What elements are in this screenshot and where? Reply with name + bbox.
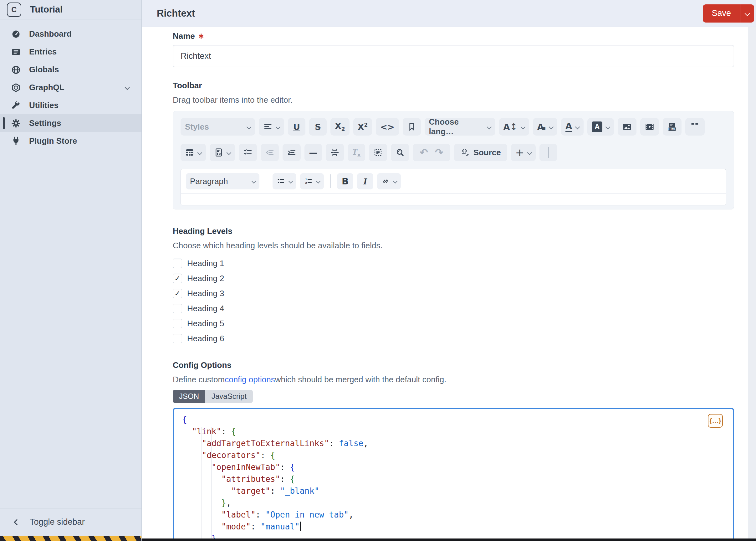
html-embed-button[interactable]: HTML bbox=[663, 118, 681, 136]
checkbox[interactable] bbox=[173, 319, 182, 328]
select-all-icon bbox=[373, 148, 383, 157]
chevron-down-icon bbox=[487, 124, 492, 129]
checkbox[interactable] bbox=[173, 259, 182, 268]
insert-more-button[interactable]: + bbox=[511, 144, 536, 161]
page-title: Richtext bbox=[157, 8, 195, 19]
outdent-button[interactable] bbox=[261, 144, 279, 161]
sidebar-item-settings[interactable]: Settings bbox=[0, 114, 141, 132]
editor-preview: Paragraph 12 B I bbox=[180, 169, 726, 206]
font-family-button[interactable]: A≡ bbox=[533, 118, 557, 136]
checkbox[interactable] bbox=[173, 334, 182, 343]
find-replace-button[interactable] bbox=[391, 144, 409, 161]
heading-option[interactable]: ✓Heading 3 bbox=[173, 286, 734, 301]
undo-icon: ↶ bbox=[420, 148, 428, 158]
scrollbar-track[interactable] bbox=[748, 27, 756, 538]
undo-redo-group[interactable]: ↶ ↷ bbox=[413, 144, 450, 161]
expand-code-button[interactable]: {…} bbox=[708, 414, 723, 428]
font-color-button[interactable]: A bbox=[561, 118, 584, 136]
sidebar: C Tutorial Dashboard Entries Globals bbox=[0, 0, 142, 541]
indent-button[interactable] bbox=[283, 144, 301, 161]
chevron-down-icon bbox=[276, 124, 281, 129]
styles-dropdown[interactable]: Styles bbox=[180, 118, 255, 136]
heading-option[interactable]: ✓Heading 2 bbox=[173, 271, 734, 286]
select-all-button[interactable] bbox=[369, 144, 387, 161]
source-label: Source bbox=[473, 148, 501, 158]
insert-image-button[interactable] bbox=[618, 118, 636, 136]
bold-icon: B bbox=[342, 177, 349, 186]
bottom-edge-bar bbox=[142, 538, 756, 541]
heading-option[interactable]: Heading 4 bbox=[173, 301, 734, 316]
bookmark-button[interactable] bbox=[403, 118, 421, 136]
config-options-label: Config Options bbox=[173, 360, 734, 370]
braces-icon: {…} bbox=[709, 417, 721, 424]
sidebar-item-globals[interactable]: Globals bbox=[0, 61, 141, 79]
config-tab[interactable]: JSON bbox=[173, 390, 205, 403]
find-replace-icon bbox=[395, 148, 404, 157]
underline-button[interactable]: U bbox=[288, 118, 305, 136]
source-button[interactable]: Source bbox=[454, 144, 507, 161]
heading-option[interactable]: Heading 1 bbox=[173, 256, 734, 271]
sidebar-item-plugin-store[interactable]: Plugin Store bbox=[0, 132, 141, 150]
font-size-button[interactable]: A↕ bbox=[499, 118, 529, 136]
chevron-down-icon bbox=[289, 179, 293, 184]
language-dropdown[interactable]: Choose lang… bbox=[425, 118, 495, 136]
sidebar-item-entries[interactable]: Entries bbox=[0, 43, 141, 61]
config-options-link[interactable]: config options bbox=[225, 375, 275, 384]
font-background-icon: A bbox=[592, 122, 602, 132]
app-name: Tutorial bbox=[30, 4, 63, 15]
code-block-button[interactable] bbox=[210, 144, 235, 161]
svg-text:2: 2 bbox=[305, 181, 307, 185]
insert-media-button[interactable] bbox=[640, 118, 659, 136]
separator-item[interactable] bbox=[540, 144, 557, 161]
sidebar-item-graphql[interactable]: GraphQL bbox=[0, 79, 141, 96]
outdent-icon bbox=[265, 148, 274, 157]
bookmark-icon bbox=[407, 122, 416, 132]
config-code-editor[interactable]: { "link": { "addTargetToExternalLinks": … bbox=[173, 408, 734, 541]
page-break-button[interactable] bbox=[326, 144, 344, 161]
sidebar-item-label: Utilities bbox=[29, 101, 59, 110]
italic-button[interactable]: I bbox=[357, 173, 373, 190]
todo-list-button[interactable] bbox=[239, 144, 257, 161]
sidebar-item-dashboard[interactable]: Dashboard bbox=[0, 25, 141, 43]
inline-code-button[interactable]: <> bbox=[376, 118, 399, 136]
numbered-list-button[interactable]: 12 bbox=[300, 173, 324, 190]
save-button[interactable]: Save bbox=[703, 4, 740, 23]
save-menu-button[interactable] bbox=[740, 4, 754, 23]
checkbox[interactable] bbox=[173, 304, 182, 313]
checkbox[interactable]: ✓ bbox=[173, 273, 182, 283]
heading-option[interactable]: Heading 6 bbox=[173, 331, 734, 346]
checkbox[interactable]: ✓ bbox=[173, 289, 182, 298]
app-logo[interactable]: C bbox=[7, 3, 21, 17]
toolbar-items-box: Styles U S X2 X2 <> Choose lang… A↕ A bbox=[173, 111, 734, 210]
insert-table-button[interactable] bbox=[180, 144, 206, 161]
horizontal-rule-button[interactable]: — bbox=[305, 144, 322, 161]
subscript-icon: X2 bbox=[335, 122, 345, 132]
remove-format-icon: Tx bbox=[352, 148, 361, 158]
alignment-button[interactable] bbox=[259, 118, 284, 136]
heading-option[interactable]: Heading 5 bbox=[173, 316, 734, 331]
block-quote-button[interactable]: “ bbox=[685, 118, 705, 136]
required-asterisk: ∗ bbox=[198, 32, 204, 40]
chevron-down-icon bbox=[316, 179, 321, 184]
bold-button[interactable]: B bbox=[337, 173, 353, 190]
toggle-sidebar-button[interactable]: Toggle sidebar bbox=[0, 508, 141, 536]
superscript-button[interactable]: X2 bbox=[353, 118, 373, 136]
bulleted-list-button[interactable] bbox=[273, 173, 296, 190]
font-background-button[interactable]: A bbox=[587, 118, 614, 136]
config-tab[interactable]: JavaScript bbox=[205, 390, 253, 403]
strikethrough-button[interactable]: S bbox=[309, 118, 327, 136]
chevron-down-icon bbox=[197, 150, 202, 155]
indent-icon bbox=[287, 148, 296, 157]
name-input[interactable] bbox=[173, 45, 734, 67]
main-area: Richtext Save Name∗ Toolbar Drag toolbar… bbox=[142, 0, 756, 541]
config-language-tabs: JSON JavaScript bbox=[173, 390, 253, 403]
plus-icon: + bbox=[515, 147, 524, 158]
toolbar-separator bbox=[266, 174, 266, 188]
subscript-button[interactable]: X2 bbox=[331, 118, 350, 136]
link-button[interactable] bbox=[377, 173, 401, 190]
editor-content-area[interactable] bbox=[181, 194, 726, 205]
remove-format-button[interactable]: Tx bbox=[348, 144, 365, 161]
sidebar-item-utilities[interactable]: Utilities bbox=[0, 96, 141, 114]
sidebar-item-label: GraphQL bbox=[29, 83, 65, 92]
paragraph-dropdown[interactable]: Paragraph bbox=[186, 173, 259, 190]
